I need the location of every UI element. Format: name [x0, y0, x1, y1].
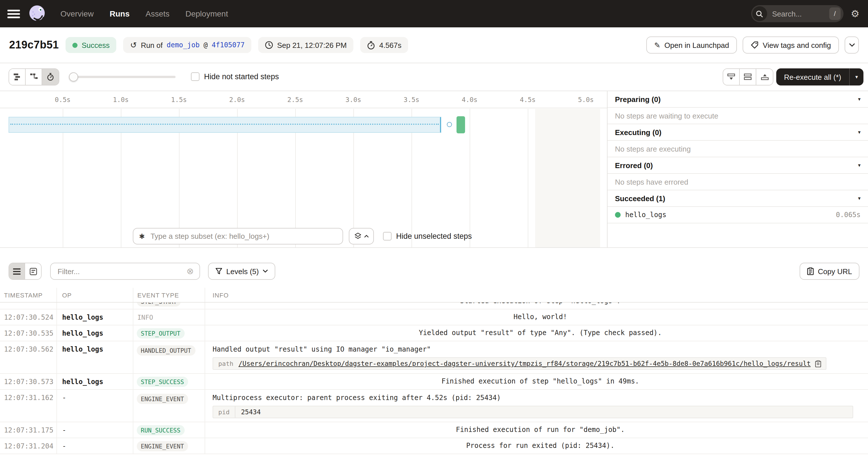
collapse-down-icon[interactable]: [723, 69, 740, 85]
event-type-badge: RUN_SUCCESS: [137, 425, 184, 435]
menu-icon[interactable]: [7, 9, 20, 18]
gridline: [470, 109, 470, 247]
timed-view-icon[interactable]: [42, 69, 59, 85]
gear-icon[interactable]: ⚙: [851, 9, 860, 19]
event-type-badge: STEP_OUTPUT: [137, 328, 184, 338]
run-of-label: Run of: [141, 41, 163, 49]
log-info: Started execution of step "hello_logs".: [205, 303, 868, 309]
step-subset-input[interactable]: [149, 232, 337, 241]
log-row[interactable]: 12:07:31.162-ENGINE_EVENTMultiprocess ex…: [0, 390, 868, 422]
caret-down-icon: ▾: [858, 96, 861, 102]
caret-down-icon: ▾: [858, 129, 861, 135]
gantt-zoom-slider[interactable]: [69, 68, 176, 86]
log-row[interactable]: 12:07:30.524hello_logsINFOHello, world!: [0, 309, 868, 326]
step-bar-hello-logs[interactable]: [457, 116, 465, 133]
log-event-type: HANDLED_OUTPUT: [133, 341, 205, 373]
clipboard-icon: [807, 267, 814, 275]
reexecute-button[interactable]: Re-execute all (*) ▾: [776, 68, 863, 86]
hide-not-started-label: Hide not started steps: [204, 72, 279, 81]
log-event-type: ENGINE_EVENT: [133, 438, 205, 454]
collapse-up-icon[interactable]: [756, 69, 773, 85]
log-info: Multiprocess executor: parent process ex…: [205, 390, 868, 422]
gantt-chart: 0.5s1.0s1.5s2.0s2.5s3.0s3.5s4.0s4.5s5.0s…: [0, 91, 607, 247]
clear-filter-icon[interactable]: ⊗: [187, 267, 194, 276]
chevron-down-icon: [849, 43, 855, 47]
log-toolbar: ⊗ Levels (5) Copy URL: [0, 248, 868, 288]
timestamp-pill: Sep 21, 12:07:26 PM: [258, 37, 353, 53]
graph-query-button[interactable]: [349, 228, 374, 244]
view-tags-button[interactable]: View tags and config: [743, 36, 839, 54]
nav-item-overview[interactable]: Overview: [60, 9, 94, 18]
nav-item-deployment[interactable]: Deployment: [186, 9, 228, 18]
copy-path-icon[interactable]: [815, 360, 822, 367]
panel-layout-toggle: [723, 68, 773, 86]
copy-url-button[interactable]: Copy URL: [800, 263, 860, 280]
log-op: hello_logs: [57, 309, 133, 325]
log-row[interactable]: 12:07:30.562hello_logsHANDLED_OUTPUTHand…: [0, 341, 868, 374]
section-header[interactable]: Succeeded (1)▾: [608, 190, 868, 207]
log-row[interactable]: 12:07:31.204-ENGINE_EVENTProcess for run…: [0, 438, 868, 454]
step-name: hello_logs: [625, 211, 666, 219]
nav-item-runs[interactable]: Runs: [110, 9, 130, 18]
log-info: Process for run exited (pid: 25434).: [205, 438, 868, 454]
log-op: -: [57, 438, 133, 454]
log-row[interactable]: 12:07:31.175-RUN_SUCCESSFinished executi…: [0, 422, 868, 438]
section-label: Errored (0): [615, 161, 653, 170]
history-icon: ↺: [130, 41, 137, 49]
job-link[interactable]: demo_job: [167, 41, 200, 49]
log-message: Process for run exited (pid: 25434).: [466, 442, 614, 450]
log-event-type: INFO: [133, 309, 205, 325]
waterfall-view-icon[interactable]: [26, 69, 42, 85]
log-event-type: RUN_SUCCESS: [133, 422, 205, 438]
hide-not-started-checkbox[interactable]: [191, 72, 199, 81]
step-duration: 0.065s: [836, 211, 861, 219]
top-nav: OverviewRunsAssetsDeployment / ⚙: [0, 0, 868, 27]
metadata-path-link[interactable]: /Users/erincochran/Desktop/dagster-examp…: [239, 360, 811, 368]
timeline-tick: 4.5s: [512, 96, 544, 104]
gantt-toolbar: Hide not started steps Re-execute all (*…: [0, 63, 868, 91]
event-type-badge: HANDLED_OUTPUT: [137, 345, 195, 356]
log-row[interactable]: 12:07:30.573hello_logsSTEP_SUCCESSFinish…: [0, 374, 868, 390]
nav-right: / ⚙: [751, 5, 868, 22]
log-message: Finished execution of run for "demo_job"…: [456, 426, 625, 434]
levels-dropdown[interactable]: Levels (5): [208, 263, 275, 280]
metadata-kv-box: pid25434: [213, 406, 853, 418]
structured-view-icon[interactable]: [25, 263, 41, 279]
log-table-header: TIMESTAMPOPEVENT TYPEINFO: [0, 288, 868, 303]
search-input[interactable]: [771, 9, 815, 19]
open-launchpad-button[interactable]: ✎ Open in Launchpad: [646, 36, 737, 54]
slider-knob[interactable]: [69, 72, 78, 82]
metadata-label: pid: [213, 406, 236, 418]
column-header: TIMESTAMP: [0, 288, 57, 302]
timeline-tick: 0.5s: [47, 96, 79, 104]
commit-link[interactable]: 4f105077: [212, 41, 245, 49]
log-timestamp: 12:07:31.175: [0, 422, 57, 438]
dagster-logo[interactable]: [27, 4, 47, 23]
log-filter-input[interactable]: [56, 267, 182, 276]
split-view-icon[interactable]: [740, 69, 756, 85]
stopwatch-icon: [367, 41, 375, 49]
nav-item-assets[interactable]: Assets: [146, 9, 169, 18]
list-view-icon[interactable]: [9, 263, 25, 279]
event-type-badge: STEP_SUCCESS: [137, 376, 188, 387]
search-box[interactable]: /: [751, 5, 843, 22]
log-row[interactable]: 12:07:30.535hello_logsSTEP_OUTPUTYielded…: [0, 326, 868, 341]
timeline-tick: 3.5s: [396, 96, 428, 104]
log-message: Yielded output "result" of type "Any". (…: [419, 329, 662, 337]
search-icon: [752, 6, 767, 21]
at-symbol: @: [204, 41, 208, 49]
section-header[interactable]: Executing (0)▾: [608, 124, 868, 141]
metadata-value: 25434: [236, 408, 267, 416]
step-row[interactable]: hello_logs0.065s: [608, 207, 868, 223]
section-header[interactable]: Preparing (0)▾: [608, 91, 868, 108]
reexecute-caret[interactable]: ▾: [849, 68, 863, 86]
section-header[interactable]: Errored (0)▾: [608, 157, 868, 174]
run-header: 219c7b51 Success ↺ Run of demo_job @ 4f1…: [0, 27, 868, 63]
log-row[interactable]: STEP_STARTStarted execution of step "hel…: [0, 303, 868, 309]
flat-view-icon[interactable]: [9, 69, 26, 85]
run-more-actions-button[interactable]: [845, 36, 859, 54]
hide-not-started-control: Hide not started steps: [191, 72, 279, 81]
hide-unselected-checkbox[interactable]: [383, 232, 392, 241]
event-type-badge: ENGINE_EVENT: [137, 441, 188, 451]
column-header: OP: [57, 288, 133, 302]
